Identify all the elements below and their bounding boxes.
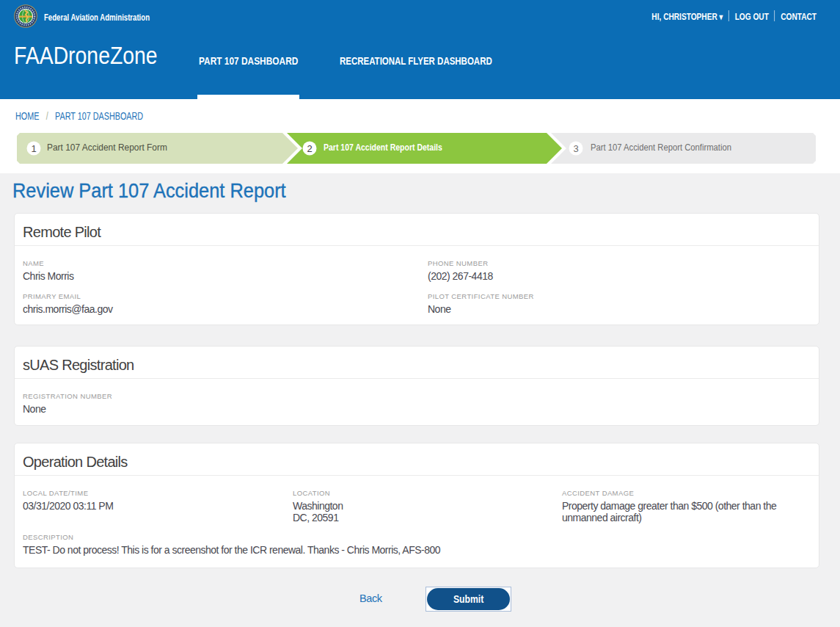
svg-text:1: 1 bbox=[31, 143, 36, 154]
svg-text:3: 3 bbox=[573, 143, 578, 154]
svg-text:2: 2 bbox=[307, 143, 312, 154]
